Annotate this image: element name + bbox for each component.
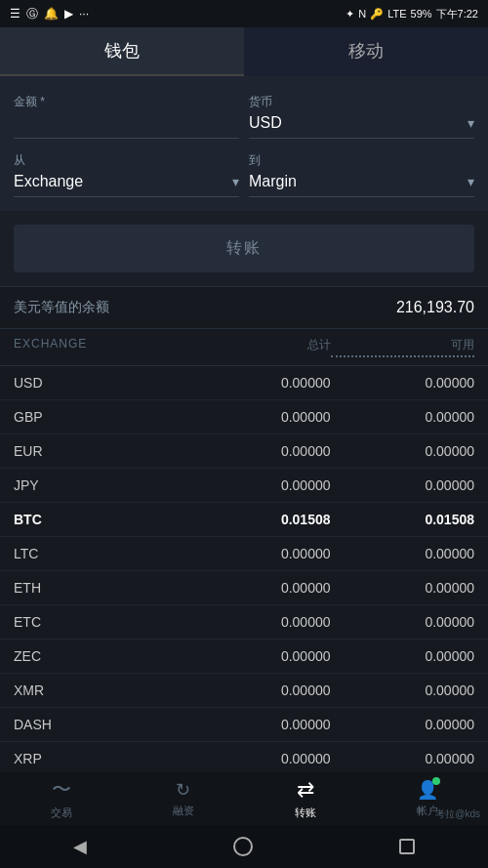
td-total-USD: 0.00000 <box>186 375 331 391</box>
td-currency-XRP: XRP <box>14 751 186 766</box>
td-total-LTC: 0.00000 <box>186 546 331 561</box>
nav-trading[interactable]: 〜 交易 <box>0 776 122 820</box>
currency-chevron-icon: ▾ <box>468 115 474 131</box>
table-row: LTC 0.00000 0.00000 <box>0 537 488 571</box>
status-left-icons: ☰ Ⓖ 🔔 ▶ ··· <box>10 6 89 22</box>
from-chevron-icon: ▾ <box>232 174 239 189</box>
signal-text: LTE <box>387 8 406 20</box>
td-available-ETH: 0.00000 <box>331 580 475 596</box>
table-row: USD 0.00000 0.00000 <box>0 366 488 400</box>
td-currency-ETH: ETH <box>14 580 186 596</box>
currency-value: USD <box>249 114 282 132</box>
status-bar: ☰ Ⓖ 🔔 ▶ ··· ✦ N 🔑 LTE 59% 下午7:22 <box>0 0 488 27</box>
form-section: 金额 * 货币 USD ▾ 从 Exchange ▾ 到 Margin ▾ <box>0 76 488 211</box>
table-row: EUR 0.00000 0.00000 <box>0 434 488 469</box>
tab-wallet[interactable]: 钱包 <box>0 27 244 76</box>
td-total-XRP: 0.00000 <box>186 751 331 766</box>
table-body: USD 0.00000 0.00000 GBP 0.00000 0.00000 … <box>0 366 488 776</box>
balance-label: 美元等值的余额 <box>14 299 109 316</box>
top-tabs: 钱包 移动 <box>0 27 488 76</box>
table-row: ETC 0.00000 0.00000 <box>0 605 488 640</box>
transfer-btn-wrap: 转账 <box>0 211 488 286</box>
td-available-EUR: 0.00000 <box>331 443 475 459</box>
recents-button[interactable] <box>399 839 415 854</box>
app-icon: Ⓖ <box>26 6 38 22</box>
transfer-label: 转账 <box>295 806 316 820</box>
to-group: 到 Margin ▾ <box>249 152 474 197</box>
home-button[interactable] <box>233 837 253 856</box>
dots-icon: ··· <box>79 7 89 21</box>
td-currency-ZEC: ZEC <box>14 648 186 664</box>
td-total-ETH: 0.00000 <box>186 580 331 596</box>
form-row-2: 从 Exchange ▾ 到 Margin ▾ <box>14 152 474 197</box>
td-total-GBP: 0.00000 <box>186 409 331 425</box>
balance-value: 216,193.70 <box>396 299 474 316</box>
td-total-ZEC: 0.00000 <box>186 648 331 664</box>
back-button[interactable]: ◀ <box>73 836 87 857</box>
table-row: DASH 0.00000 0.00000 <box>0 708 488 742</box>
balance-section: 美元等值的余额 216,193.70 <box>0 286 488 329</box>
table-row: JPY 0.00000 0.00000 <box>0 469 488 503</box>
currency-select[interactable]: USD ▾ <box>249 114 474 139</box>
funding-label: 融资 <box>173 804 194 818</box>
from-group: 从 Exchange ▾ <box>14 152 239 197</box>
td-currency-JPY: JPY <box>14 477 186 493</box>
td-total-BTC: 0.01508 <box>186 512 331 527</box>
td-available-XMR: 0.00000 <box>331 682 475 698</box>
amount-group: 金额 * <box>14 94 239 139</box>
watermark: 考拉@kds <box>435 807 480 821</box>
currency-group: 货币 USD ▾ <box>249 94 474 139</box>
td-available-GBP: 0.00000 <box>331 409 475 425</box>
td-available-ZEC: 0.00000 <box>331 648 475 664</box>
td-available-JPY: 0.00000 <box>331 477 475 493</box>
nfc-icon: N <box>358 8 366 20</box>
td-available-ETC: 0.00000 <box>331 614 475 630</box>
trading-icon: 〜 <box>52 776 71 803</box>
from-label: 从 <box>14 152 239 169</box>
th-available: 可用 <box>331 337 475 357</box>
table-row: BTC 0.01508 0.01508 <box>0 503 488 537</box>
battery-text: 59% <box>411 8 432 20</box>
td-currency-EUR: EUR <box>14 443 186 459</box>
amount-input[interactable] <box>14 114 239 139</box>
td-currency-DASH: DASH <box>14 717 186 732</box>
time-text: 下午7:22 <box>436 7 478 21</box>
td-total-JPY: 0.00000 <box>186 477 331 493</box>
to-value: Margin <box>249 173 297 190</box>
td-total-ETC: 0.00000 <box>186 614 331 630</box>
nav-funding[interactable]: ↻ 融资 <box>122 779 244 818</box>
td-available-USD: 0.00000 <box>331 375 475 391</box>
bluetooth-icon: ✦ <box>346 8 354 21</box>
th-exchange: EXCHANGE <box>14 337 186 357</box>
td-currency-GBP: GBP <box>14 409 186 425</box>
trading-label: 交易 <box>51 806 72 820</box>
td-total-DASH: 0.00000 <box>186 717 331 732</box>
from-select[interactable]: Exchange ▾ <box>14 173 239 197</box>
status-right-icons: ✦ N 🔑 LTE 59% 下午7:22 <box>346 7 478 21</box>
transfer-button[interactable]: 转账 <box>14 225 474 272</box>
menu-icon: ☰ <box>10 7 20 21</box>
table-row: ETH 0.00000 0.00000 <box>0 571 488 605</box>
table-row: XMR 0.00000 0.00000 <box>0 674 488 708</box>
play-icon: ▶ <box>64 7 73 21</box>
key-icon: 🔑 <box>370 8 384 21</box>
td-available-LTC: 0.00000 <box>331 546 475 561</box>
nav-transfer[interactable]: ⇄ 转账 <box>244 777 366 820</box>
to-chevron-icon: ▾ <box>468 174 474 189</box>
funding-icon: ↻ <box>176 779 190 801</box>
td-currency-BTC: BTC <box>14 512 186 527</box>
td-currency-LTC: LTC <box>14 546 186 561</box>
th-total: 总计 <box>186 337 331 357</box>
tab-mobile[interactable]: 移动 <box>244 27 488 76</box>
to-label: 到 <box>249 152 474 169</box>
td-currency-USD: USD <box>14 375 186 391</box>
table-row: ZEC 0.00000 0.00000 <box>0 640 488 674</box>
form-row-1: 金额 * 货币 USD ▾ <box>14 94 474 139</box>
to-select[interactable]: Margin ▾ <box>249 173 474 197</box>
td-available-BTC: 0.01508 <box>331 512 475 527</box>
td-currency-ETC: ETC <box>14 614 186 630</box>
amount-label: 金额 * <box>14 94 239 110</box>
bottom-nav: 〜 交易 ↻ 融资 ⇄ 转账 👤 帐户 <box>0 771 488 825</box>
account-label: 帐户 <box>417 804 438 818</box>
transfer-icon: ⇄ <box>297 777 314 803</box>
